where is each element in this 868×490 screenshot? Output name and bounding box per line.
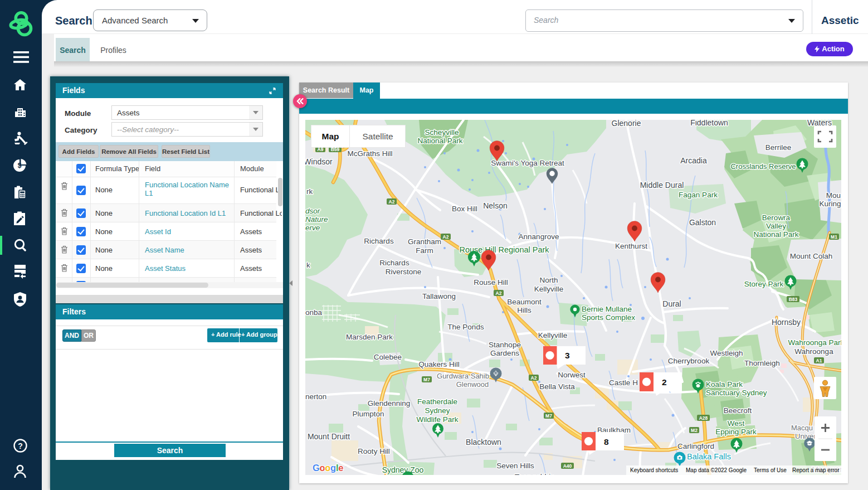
svg-text:Blacktown: Blacktown bbox=[466, 438, 501, 447]
svg-text:Valley: Valley bbox=[766, 222, 786, 230]
svg-text:West: West bbox=[728, 419, 745, 428]
svg-text:A2: A2 bbox=[496, 290, 502, 296]
svg-text:North: North bbox=[539, 276, 558, 284]
svg-text:National Park: National Park bbox=[753, 230, 798, 239]
svg-text:nerton: nerton bbox=[305, 392, 326, 401]
svg-text:A2: A2 bbox=[531, 375, 537, 381]
svg-text:Sydney: Sydney bbox=[425, 406, 450, 415]
svg-text:Swami's Yoga Retreat: Swami's Yoga Retreat bbox=[491, 159, 564, 167]
svg-text:$: $ bbox=[18, 162, 22, 169]
svg-text:Stanhope: Stanhope bbox=[489, 341, 521, 349]
svg-text:Galston: Galston bbox=[689, 218, 716, 227]
svg-text:Tallawong: Tallawong bbox=[422, 292, 456, 300]
svg-text:M2: M2 bbox=[691, 428, 698, 433]
svg-text:Westleigh: Westleigh bbox=[710, 349, 743, 357]
svg-text:Rouse Hill: Rouse Hill bbox=[474, 278, 508, 287]
svg-text:Carlingford: Carlingford bbox=[677, 442, 714, 450]
svg-text:Sports Complex: Sports Complex bbox=[582, 313, 635, 322]
svg-text:Grantham: Grantham bbox=[408, 237, 441, 246]
svg-text:Bella Vista: Bella Vista bbox=[539, 382, 575, 391]
svg-text:Bernie Mullane: Bernie Mullane bbox=[582, 305, 632, 313]
svg-text:Fagan Park: Fagan Park bbox=[679, 191, 718, 199]
svg-text:Macqu: Macqu bbox=[791, 424, 813, 432]
svg-text:Kuring: Kuring bbox=[819, 200, 841, 208]
svg-text:A28: A28 bbox=[699, 415, 708, 421]
svg-text:Wahroonga Parl: Wahroonga Parl bbox=[788, 338, 841, 347]
svg-text:Report a map error: Report a map error bbox=[792, 467, 840, 473]
svg-text:M7: M7 bbox=[423, 377, 430, 382]
svg-text:Fiddletown: Fiddletown bbox=[690, 120, 728, 127]
svg-text:Thornleigh: Thornleigh bbox=[744, 359, 780, 367]
svg-text:Richards: Richards bbox=[379, 259, 409, 267]
svg-text:Sydney Zoo: Sydney Zoo bbox=[382, 465, 424, 474]
svg-text:Windsor: Windsor bbox=[305, 157, 333, 166]
svg-text:Riverstone: Riverstone bbox=[386, 268, 422, 276]
svg-text:Rooty Hill: Rooty Hill bbox=[358, 447, 390, 455]
svg-text:Annangrove: Annangrove bbox=[519, 232, 559, 241]
svg-text:A2: A2 bbox=[443, 234, 449, 240]
svg-text:Map data ©2022 Google: Map data ©2022 Google bbox=[686, 467, 747, 473]
svg-text:erve: erve bbox=[305, 224, 320, 232]
svg-text:?: ? bbox=[18, 442, 23, 450]
svg-text:Mount Colah: Mount Colah bbox=[790, 252, 833, 260]
svg-text:Nature: Nature bbox=[305, 215, 328, 224]
svg-text:Gardens: Gardens bbox=[490, 349, 519, 357]
svg-text:Beaumont: Beaumont bbox=[507, 298, 542, 306]
svg-text:Berowra: Berowra bbox=[762, 214, 791, 222]
svg-text:Cherrybrook: Cherrybrook bbox=[668, 357, 710, 365]
svg-text:Wahroonga: Wahroonga bbox=[794, 347, 833, 356]
svg-text:Berrilee: Berrilee bbox=[765, 143, 792, 152]
svg-text:k: k bbox=[306, 261, 310, 269]
svg-text:Richards: Richards bbox=[364, 237, 394, 245]
svg-text:Dural: Dural bbox=[662, 299, 681, 308]
svg-text:B83: B83 bbox=[789, 297, 798, 302]
svg-text:Google: Google bbox=[313, 463, 343, 473]
svg-text:3: 3 bbox=[565, 351, 570, 360]
svg-text:Seven Hills: Seven Hills bbox=[496, 462, 534, 470]
svg-text:rk: rk bbox=[306, 187, 313, 196]
svg-text:A2: A2 bbox=[389, 199, 395, 205]
svg-text:Middle Dural: Middle Dural bbox=[640, 181, 684, 190]
svg-text:McGraths Hill: McGraths Hill bbox=[347, 149, 392, 158]
svg-text:dsor: dsor bbox=[305, 207, 320, 215]
svg-text:Box Hill: Box Hill bbox=[452, 205, 477, 213]
svg-text:M1: M1 bbox=[831, 234, 837, 240]
svg-text:M7: M7 bbox=[545, 413, 552, 419]
svg-text:Beecroft: Beecroft bbox=[724, 406, 752, 415]
svg-text:Terms of Use: Terms of Use bbox=[754, 467, 787, 473]
svg-text:Glendenning: Glendenning bbox=[368, 399, 411, 407]
svg-text:A1: A1 bbox=[816, 358, 822, 363]
svg-text:Castle H: Castle H bbox=[609, 379, 638, 387]
svg-text:Mou: Mou bbox=[826, 191, 841, 200]
svg-text:Satellite: Satellite bbox=[362, 132, 393, 141]
svg-text:Marsden Park: Marsden Park bbox=[346, 333, 393, 341]
svg-text:Sanctuary Sydney: Sanctuary Sydney bbox=[706, 389, 767, 397]
svg-text:National Park: National Park bbox=[417, 137, 462, 145]
svg-text:Kellyville: Kellyville bbox=[538, 331, 568, 339]
svg-text:Crosslands Reserve: Crosslands Reserve bbox=[730, 162, 796, 171]
svg-text:Glenorie: Glenorie bbox=[612, 120, 641, 128]
svg-text:Featherdale: Featherdale bbox=[417, 397, 457, 406]
svg-text:A40: A40 bbox=[563, 463, 572, 469]
svg-text:Nelson: Nelson bbox=[483, 201, 508, 210]
svg-text:onba: onba bbox=[305, 308, 323, 317]
svg-text:Kenthurst: Kenthurst bbox=[615, 242, 647, 250]
svg-text:Norwest: Norwest bbox=[558, 371, 586, 379]
svg-text:2: 2 bbox=[662, 377, 667, 387]
svg-text:Plumpton: Plumpton bbox=[352, 410, 384, 418]
svg-text:Kellyville: Kellyville bbox=[534, 285, 564, 293]
svg-text:Mount Druitt: Mount Druitt bbox=[308, 432, 350, 441]
svg-text:Hills: Hills bbox=[517, 306, 531, 314]
svg-text:Colebee: Colebee bbox=[374, 353, 402, 361]
svg-text:Quakers Hill: Quakers Hill bbox=[418, 360, 460, 368]
svg-text:Farm: Farm bbox=[416, 246, 433, 255]
svg-text:The Ponds: The Ponds bbox=[447, 323, 484, 331]
svg-text:Map: Map bbox=[322, 132, 339, 141]
svg-text:8: 8 bbox=[604, 437, 609, 447]
svg-text:Epping Park: Epping Park bbox=[715, 428, 757, 436]
svg-text:Keyboard shortcuts: Keyboard shortcuts bbox=[630, 467, 678, 473]
svg-text:Wildlife Park: Wildlife Park bbox=[416, 415, 458, 424]
svg-text:Hornsby: Hornsby bbox=[772, 318, 801, 327]
svg-text:Koala Park: Koala Park bbox=[706, 380, 743, 389]
svg-text:Storey Park: Storey Park bbox=[744, 280, 784, 288]
